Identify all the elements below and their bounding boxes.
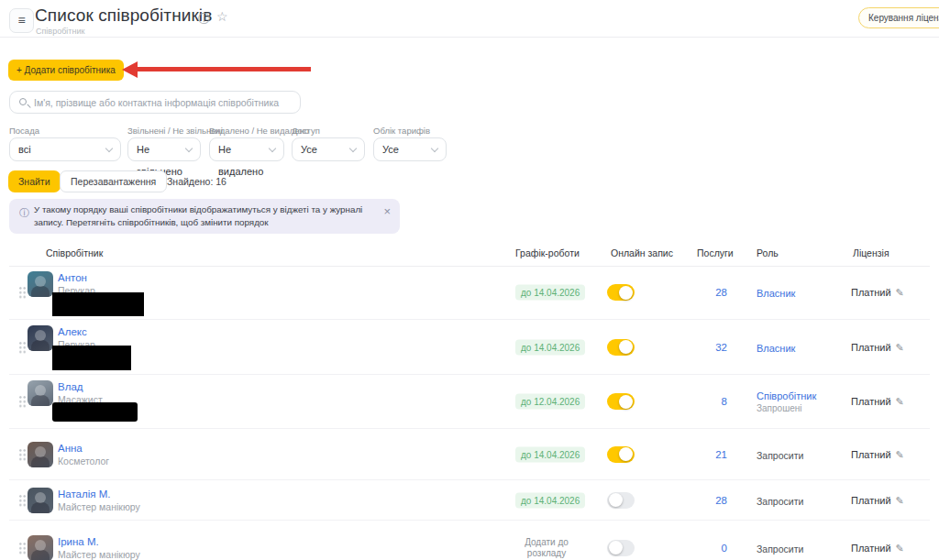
role-link[interactable]: Власник xyxy=(757,288,795,299)
employee-name-link[interactable]: Анна xyxy=(58,443,83,454)
chevron-down-icon xyxy=(185,145,193,152)
filter-select-tariffs[interactable]: Усе xyxy=(373,137,447,161)
chevron-down-icon xyxy=(431,145,438,152)
employee-name-link[interactable]: Наталія М. xyxy=(58,489,110,500)
services-count-link[interactable]: 21 xyxy=(657,449,727,460)
employee-position: Майстер манікюру xyxy=(58,549,140,560)
employee-name-link[interactable]: Влад xyxy=(58,381,83,392)
annotation-arrow-icon xyxy=(122,61,138,78)
edit-pencil-icon[interactable]: ✎ xyxy=(896,396,904,407)
filter-label-tariffs: Облік тарифів xyxy=(373,126,430,136)
table-row: Анна Косметолог до 14.04.2026 21 Запроси… xyxy=(9,429,930,480)
close-icon[interactable]: × xyxy=(383,204,391,218)
toggle-knob xyxy=(619,286,633,300)
edit-pencil-icon[interactable]: ✎ xyxy=(896,341,904,352)
search-input[interactable] xyxy=(34,93,295,112)
invite-link[interactable]: Запросити xyxy=(757,496,803,507)
drag-handle-icon[interactable] xyxy=(18,341,27,354)
add-employee-button[interactable]: + Додати співробітника xyxy=(8,60,124,81)
toggle-knob xyxy=(619,395,633,409)
toggle-knob xyxy=(619,340,633,354)
col-header-employee: Співробітник xyxy=(46,247,103,258)
invite-link[interactable]: Запросити xyxy=(757,450,803,461)
col-header-services: Послуги xyxy=(697,247,734,258)
license-value: Платний✎ xyxy=(851,287,904,299)
redacted-contact-info xyxy=(52,346,131,370)
online-booking-toggle[interactable] xyxy=(607,540,635,556)
avatar xyxy=(28,380,53,406)
menu-button[interactable]: ≡ xyxy=(9,8,34,33)
drag-handle-icon[interactable] xyxy=(18,542,27,555)
chevron-down-icon xyxy=(105,145,113,152)
online-booking-toggle[interactable] xyxy=(607,446,635,463)
schedule-badge[interactable]: до 14.04.2026 xyxy=(515,492,585,508)
info-icon: ⓘ xyxy=(19,206,29,220)
filter-select-deleted[interactable]: Не видалено xyxy=(209,137,284,161)
col-header-schedule: Графік-роботи xyxy=(515,247,580,258)
schedule-badge[interactable]: до 14.04.2026 xyxy=(515,446,585,462)
table-row: Влад Масажист до 12.04.2026 8 Співробітн… xyxy=(9,375,930,429)
role-link[interactable]: Власник xyxy=(757,343,795,354)
services-count-link[interactable]: 28 xyxy=(657,287,727,298)
search-box xyxy=(9,91,301,114)
edit-pencil-icon[interactable]: ✎ xyxy=(896,287,904,298)
role-link[interactable]: Співробітник xyxy=(757,390,853,401)
avatar xyxy=(28,325,53,351)
invite-link[interactable]: Запросити xyxy=(757,544,803,555)
toggle-knob xyxy=(609,493,623,507)
chevron-down-icon xyxy=(349,145,357,152)
online-booking-toggle[interactable] xyxy=(607,492,635,509)
employee-position: Косметолог xyxy=(58,456,109,467)
table-row: Наталія М. Майстер манікюру до 14.04.202… xyxy=(9,480,930,521)
reload-button[interactable]: Перезавантаження xyxy=(60,170,167,192)
services-count-link[interactable]: 28 xyxy=(657,495,727,506)
schedule-badge[interactable]: до 14.04.2026 xyxy=(515,339,585,355)
redacted-contact-info xyxy=(52,402,138,422)
table-row: Алекс Перукар до 14.04.2026 32 Власник П… xyxy=(9,320,930,375)
filter-label-access: Доступ xyxy=(292,126,320,136)
drag-handle-icon[interactable] xyxy=(18,494,27,507)
redacted-contact-info xyxy=(52,292,144,316)
drag-handle-icon[interactable] xyxy=(18,448,27,461)
col-header-role: Роль xyxy=(757,247,779,258)
edit-pencil-icon[interactable]: ✎ xyxy=(896,542,904,553)
col-header-license: Ліцензія xyxy=(853,247,889,258)
table-row: Ірина М. Майстер манікюру Додати до розк… xyxy=(9,521,930,560)
reorder-hint-banner: ⓘ У такому порядку ваші співробітники ві… xyxy=(9,199,400,234)
filter-select-access[interactable]: Усе xyxy=(292,137,365,161)
favorite-star-icon[interactable]: ☆ xyxy=(216,9,228,24)
add-to-schedule-link[interactable]: Додати до розкладу xyxy=(510,536,583,559)
employee-name-link[interactable]: Алекс xyxy=(58,326,87,337)
schedule-badge[interactable]: до 12.04.2026 xyxy=(515,394,585,410)
online-booking-toggle[interactable] xyxy=(607,393,635,410)
find-button[interactable]: Знайти xyxy=(8,170,61,192)
employee-name-link[interactable]: Антон xyxy=(58,272,87,283)
info-icon[interactable]: ⓘ xyxy=(198,11,210,27)
services-count-link[interactable]: 8 xyxy=(657,396,727,407)
found-count: Знайдено: 16 xyxy=(167,176,226,187)
license-value: Платний✎ xyxy=(851,396,904,408)
schedule-badge[interactable]: до 14.04.2026 xyxy=(515,285,585,301)
employee-name-link[interactable]: Ірина М. xyxy=(58,536,99,547)
filter-select-position[interactable]: всі xyxy=(9,137,121,161)
drag-handle-icon[interactable] xyxy=(18,395,27,408)
online-booking-toggle[interactable] xyxy=(607,284,635,301)
edit-pencil-icon[interactable]: ✎ xyxy=(896,448,904,459)
drag-handle-icon[interactable] xyxy=(18,286,27,299)
avatar xyxy=(28,488,53,513)
edit-pencil-icon[interactable]: ✎ xyxy=(896,494,904,505)
services-count-link[interactable]: 0 xyxy=(657,543,727,554)
license-value: Платний✎ xyxy=(851,494,904,506)
services-count-link[interactable]: 32 xyxy=(657,342,727,353)
avatar xyxy=(28,271,53,297)
license-management-button[interactable]: Керування ліценз xyxy=(858,7,939,28)
breadcrumb: Співробітник xyxy=(36,27,84,36)
online-booking-toggle[interactable] xyxy=(607,339,635,356)
page-title: Список співробітників xyxy=(35,5,212,26)
header-divider xyxy=(0,37,939,38)
license-value: Платний✎ xyxy=(851,448,904,460)
search-icon xyxy=(19,98,27,105)
toggle-knob xyxy=(609,541,623,555)
avatar xyxy=(28,535,53,560)
filter-select-dismissed[interactable]: Не звільнено xyxy=(127,137,201,161)
